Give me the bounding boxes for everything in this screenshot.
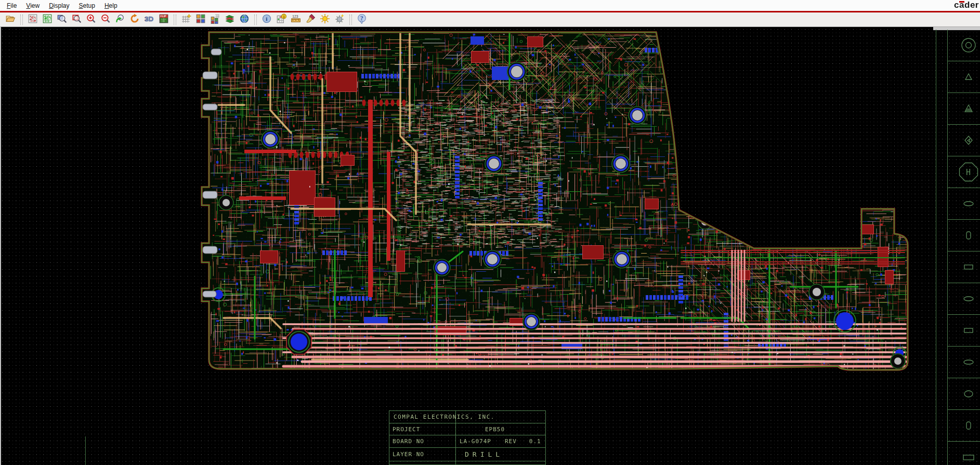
- drill-symbol-rect-wide: [948, 442, 980, 465]
- zoom-fit-button[interactable]: [69, 13, 84, 26]
- drill-symbol-oval: [948, 283, 980, 315]
- toolbar-separator: [349, 15, 352, 25]
- grid-toggle-button[interactable]: [179, 13, 193, 26]
- element-info-button[interactable]: i: [259, 13, 274, 26]
- menu-help[interactable]: Help: [100, 1, 122, 10]
- paintbrush-icon: [305, 14, 316, 26]
- flip-board-icon: FLIP: [159, 14, 169, 26]
- menu-view[interactable]: View: [21, 1, 44, 10]
- sun-icon: [320, 14, 330, 26]
- redraw-button[interactable]: [127, 13, 142, 26]
- zoom-fit-icon: [71, 14, 82, 26]
- draw-by-label: DRAW BY: [389, 463, 455, 465]
- title-block-project-row: PROJECT EPB50: [389, 423, 545, 435]
- measure-button[interactable]: 123: [289, 13, 303, 26]
- world-view-button[interactable]: [237, 13, 252, 26]
- drill-symbol-oval: [948, 188, 980, 220]
- toolbar-separator: [174, 15, 176, 25]
- toolbar: 3D FLIP i i 123 ?: [0, 12, 980, 27]
- highlight-brush-button[interactable]: [303, 13, 318, 26]
- redraw-icon: [129, 14, 140, 26]
- project-value: EPB50: [455, 426, 505, 433]
- shadow-off-button[interactable]: [332, 13, 347, 26]
- zoom-previous-button[interactable]: [113, 13, 127, 26]
- drill-symbol-chart: H: [947, 30, 980, 465]
- rev-value: 0.1: [517, 438, 541, 445]
- toolbar-separator: [254, 15, 257, 25]
- svg-text:i: i: [266, 16, 267, 22]
- drill-symbol-triangle: [948, 61, 980, 93]
- zoom-out-icon: [100, 14, 111, 26]
- canvas-left-border: [0, 27, 1, 465]
- help-button[interactable]: ?: [355, 13, 369, 26]
- menu-bar: File View Display Setup Help: [0, 0, 980, 11]
- drill-symbol-diamond: [948, 125, 980, 156]
- svg-text:FLIP: FLIP: [161, 15, 167, 18]
- layer-stackup-button[interactable]: [223, 13, 237, 26]
- layer-no-label: LAYER NO: [389, 451, 455, 458]
- layer-stackup-icon: [225, 14, 235, 26]
- drill-symbol-rect: [948, 315, 980, 347]
- cadence-logo: cader: [954, 0, 979, 10]
- open-folder-icon: [5, 14, 16, 26]
- color-palette-icon: [195, 14, 206, 26]
- menu-file[interactable]: File: [2, 1, 21, 10]
- drill-symbol-oval: [948, 347, 980, 378]
- toolbar-separator: [20, 15, 23, 25]
- board-color-icon: [28, 14, 38, 26]
- open-file-button[interactable]: [3, 13, 18, 26]
- drawing-title-block: COMPAL ELECTRONICS, INC. PROJECT EPB50 B…: [389, 410, 546, 465]
- drill-symbol-octagon: H: [948, 156, 980, 188]
- drill-chart-outer-line: [936, 30, 936, 465]
- board-report-button[interactable]: i: [274, 13, 289, 26]
- board-no-label: BOARD NO: [389, 438, 455, 445]
- title-block-company-row: COMPAL ELECTRONICS, INC.: [389, 411, 545, 423]
- zoom-out-button[interactable]: [98, 13, 113, 26]
- drill-symbol-rect: [948, 251, 980, 283]
- title-block-drawby-row: DRAW BY: [389, 461, 545, 465]
- svg-text:123: 123: [292, 14, 298, 18]
- zoom-select-button[interactable]: [55, 13, 69, 26]
- drill-symbol-circle-ring: [948, 30, 980, 61]
- zoom-in-button[interactable]: [84, 13, 98, 26]
- board-grid-icon: [42, 14, 53, 26]
- drill-symbol-slot: [948, 410, 980, 442]
- svg-text:?: ?: [360, 15, 363, 22]
- measure-ruler-icon: 123: [291, 14, 301, 26]
- world-view-icon: [239, 14, 250, 26]
- rev-label: REV: [491, 438, 517, 445]
- layer-value: DRILL: [455, 450, 503, 458]
- view-3d-button[interactable]: 3D: [142, 13, 156, 26]
- help-icon: ?: [357, 14, 367, 26]
- svg-text:3D: 3D: [145, 15, 153, 23]
- view-3d-icon: 3D: [144, 14, 154, 26]
- sun-dim-icon: [334, 14, 345, 26]
- board-report-icon: i: [276, 14, 286, 26]
- layer-color-select-button[interactable]: [208, 13, 223, 26]
- pcb-viewport[interactable]: [0, 27, 980, 465]
- project-label: PROJECT: [389, 426, 455, 433]
- shadow-on-button[interactable]: [318, 13, 332, 26]
- menu-display[interactable]: Display: [44, 1, 74, 10]
- layer-color-select-icon: [210, 14, 220, 26]
- color-palette-button[interactable]: [193, 13, 208, 26]
- title-block-board-row: BOARD NO LA-G074P REV 0.1: [389, 435, 545, 448]
- board-view-grid-button[interactable]: [40, 13, 55, 26]
- info-icon: i: [262, 14, 272, 26]
- grid-icon: [181, 14, 191, 26]
- svg-text:H: H: [966, 168, 971, 177]
- board-view-color-button[interactable]: [25, 13, 40, 26]
- drill-symbol-triangle-hatched: [948, 93, 980, 125]
- sheet-frame-line: [85, 436, 86, 465]
- menu-setup[interactable]: Setup: [74, 1, 100, 10]
- flip-board-button[interactable]: FLIP: [156, 13, 171, 26]
- drill-symbol-slot: [948, 220, 980, 251]
- title-block-layer-row: LAYER NO DRILL: [389, 448, 545, 461]
- board-no-value: LA-G074P: [455, 438, 491, 445]
- zoom-select-icon: [57, 14, 67, 26]
- drill-symbol-oval-round: [948, 378, 980, 410]
- zoom-previous-icon: [115, 14, 125, 26]
- zoom-in-icon: [86, 14, 96, 26]
- company-name: COMPAL ELECTRONICS, INC.: [394, 414, 495, 420]
- pcb-design-canvas[interactable]: [0, 27, 980, 465]
